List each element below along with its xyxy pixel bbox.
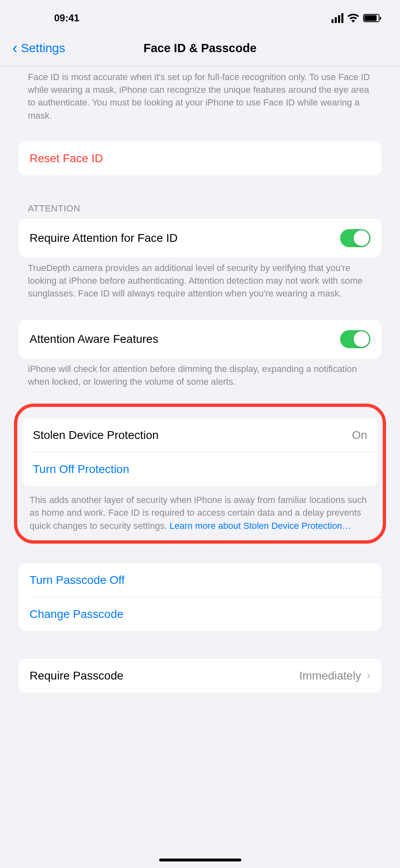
status-bar: 09:41 — [0, 0, 400, 33]
change-passcode-label: Change Passcode — [30, 608, 123, 621]
turn-off-protection-cell[interactable]: Turn Off Protection — [22, 452, 378, 486]
stolen-device-label: Stolen Device Protection — [33, 429, 159, 442]
learn-more-link[interactable]: Learn more about Stolen Device Protectio… — [169, 521, 351, 531]
stolen-device-highlight: Stolen Device Protection On Turn Off Pro… — [14, 404, 386, 544]
status-time: 09:41 — [54, 12, 79, 24]
require-attention-cell: Require Attention for Face ID — [19, 219, 381, 257]
chevron-right-icon: › — [367, 669, 370, 682]
attention-aware-cell: Attention Aware Features — [19, 320, 381, 358]
back-chevron-icon[interactable]: ‹ — [12, 40, 18, 56]
faceid-mask-footer: Face ID is most accurate when it's set u… — [19, 67, 381, 122]
battery-icon — [363, 14, 379, 22]
attention-section-header: ATTENTION — [19, 203, 381, 219]
turn-passcode-off-cell[interactable]: Turn Passcode Off — [19, 563, 381, 597]
require-passcode-label: Require Passcode — [30, 669, 123, 682]
change-passcode-cell[interactable]: Change Passcode — [19, 597, 381, 631]
turn-off-protection-label: Turn Off Protection — [33, 463, 129, 476]
require-attention-switch[interactable] — [340, 229, 370, 247]
require-passcode-cell[interactable]: Require Passcode Immediately › — [19, 659, 381, 693]
stolen-device-footer: This adds another layer of security when… — [17, 486, 383, 532]
wifi-icon — [347, 14, 359, 23]
status-icons — [331, 13, 379, 23]
back-button[interactable]: Settings — [21, 41, 65, 55]
reset-face-id-cell[interactable]: Reset Face ID — [19, 142, 381, 175]
page-title: Face ID & Passcode — [144, 41, 257, 55]
turn-passcode-off-label: Turn Passcode Off — [30, 574, 125, 587]
stolen-device-status-cell[interactable]: Stolen Device Protection On — [22, 418, 378, 452]
attention-aware-footer: iPhone will check for attention before d… — [19, 358, 381, 388]
attention-aware-switch[interactable] — [340, 330, 370, 348]
require-attention-label: Require Attention for Face ID — [30, 232, 178, 245]
stolen-device-value: On — [352, 429, 367, 442]
require-attention-footer: TrueDepth camera provides an additional … — [19, 257, 381, 300]
stolen-device-group: Stolen Device Protection On Turn Off Pro… — [22, 418, 378, 486]
passcode-group: Turn Passcode Off Change Passcode — [19, 563, 381, 631]
home-indicator[interactable] — [159, 859, 241, 861]
cellular-signal-icon — [331, 13, 343, 23]
attention-aware-label: Attention Aware Features — [30, 333, 158, 346]
require-passcode-value: Immediately — [299, 669, 361, 682]
navigation-bar: ‹ Settings Face ID & Passcode — [0, 33, 400, 67]
reset-face-id-label: Reset Face ID — [30, 152, 370, 165]
